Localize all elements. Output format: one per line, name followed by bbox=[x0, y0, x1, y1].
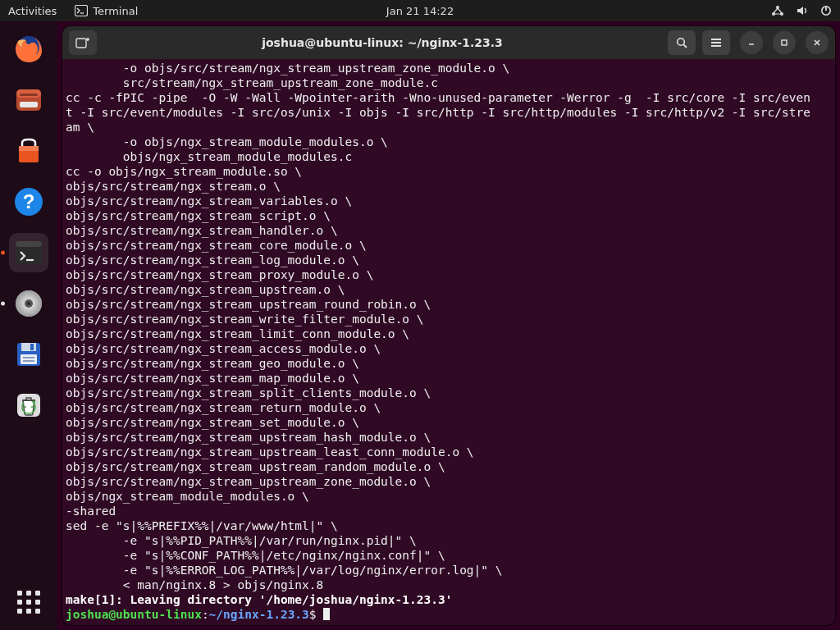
dock-software[interactable] bbox=[9, 131, 48, 171]
dock-terminal[interactable] bbox=[9, 233, 48, 272]
search-icon bbox=[675, 36, 688, 49]
gnome-top-bar: Activities Terminal Jan 21 14:22 bbox=[0, 0, 840, 21]
close-icon bbox=[812, 38, 822, 48]
svg-point-29 bbox=[31, 406, 33, 408]
dock-disks[interactable] bbox=[9, 284, 48, 323]
activities-button[interactable]: Activities bbox=[8, 5, 57, 17]
svg-point-33 bbox=[678, 39, 685, 46]
power-icon[interactable] bbox=[820, 5, 832, 16]
running-indicator-icon bbox=[1, 302, 5, 306]
firefox-icon bbox=[12, 33, 45, 66]
svg-rect-10 bbox=[20, 94, 38, 96]
svg-rect-30 bbox=[76, 39, 86, 48]
search-button[interactable] bbox=[668, 30, 696, 55]
window-title: joshua@ubuntu-linux: ~/nginx-1.23.3 bbox=[103, 36, 661, 49]
new-tab-icon bbox=[75, 36, 90, 49]
svg-rect-22 bbox=[21, 343, 36, 351]
minimize-icon bbox=[746, 38, 756, 48]
maximize-icon bbox=[779, 38, 789, 48]
dock-save[interactable] bbox=[9, 335, 48, 374]
volume-icon[interactable] bbox=[796, 5, 809, 16]
running-indicator-icon bbox=[1, 251, 5, 255]
dock: ? bbox=[0, 21, 57, 630]
svg-rect-24 bbox=[21, 354, 37, 364]
svg-point-20 bbox=[27, 302, 30, 305]
svg-line-34 bbox=[684, 45, 687, 48]
svg-text:?: ? bbox=[23, 190, 35, 212]
terminal-window: joshua@ubuntu-linux: ~/nginx-1.23.3 -o o… bbox=[62, 26, 835, 625]
svg-rect-11 bbox=[20, 102, 38, 107]
svg-rect-39 bbox=[782, 40, 787, 45]
terminal-output[interactable]: -o objs/src/stream/ngx_stream_upstream_z… bbox=[62, 59, 835, 625]
apps-grid-icon bbox=[17, 591, 40, 614]
current-app-label: Terminal bbox=[93, 5, 138, 17]
disc-icon bbox=[12, 287, 45, 320]
menu-button[interactable] bbox=[702, 30, 730, 55]
dock-trash[interactable] bbox=[9, 386, 48, 425]
hamburger-icon bbox=[710, 37, 723, 48]
files-icon bbox=[12, 84, 45, 116]
close-button[interactable] bbox=[806, 31, 829, 54]
terminal-icon bbox=[12, 236, 45, 269]
help-icon: ? bbox=[12, 185, 45, 218]
trash-icon bbox=[12, 389, 45, 422]
current-app-menu[interactable]: Terminal bbox=[75, 5, 138, 17]
new-tab-button[interactable] bbox=[69, 30, 97, 55]
network-icon[interactable] bbox=[771, 5, 784, 16]
minimize-button[interactable] bbox=[740, 31, 763, 54]
svg-point-28 bbox=[25, 406, 26, 408]
dock-help[interactable]: ? bbox=[9, 182, 48, 221]
clock[interactable]: Jan 21 14:22 bbox=[386, 5, 454, 17]
show-applications[interactable] bbox=[9, 582, 48, 622]
floppy-icon bbox=[12, 338, 45, 371]
terminal-small-icon bbox=[75, 5, 88, 16]
svg-rect-15 bbox=[16, 241, 42, 247]
svg-rect-0 bbox=[75, 6, 88, 16]
dock-firefox[interactable] bbox=[9, 30, 48, 69]
dock-files[interactable] bbox=[9, 80, 48, 120]
titlebar: joshua@ubuntu-linux: ~/nginx-1.23.3 bbox=[62, 26, 835, 59]
software-icon bbox=[12, 135, 45, 167]
svg-rect-23 bbox=[30, 344, 34, 350]
maximize-button[interactable] bbox=[773, 31, 796, 54]
